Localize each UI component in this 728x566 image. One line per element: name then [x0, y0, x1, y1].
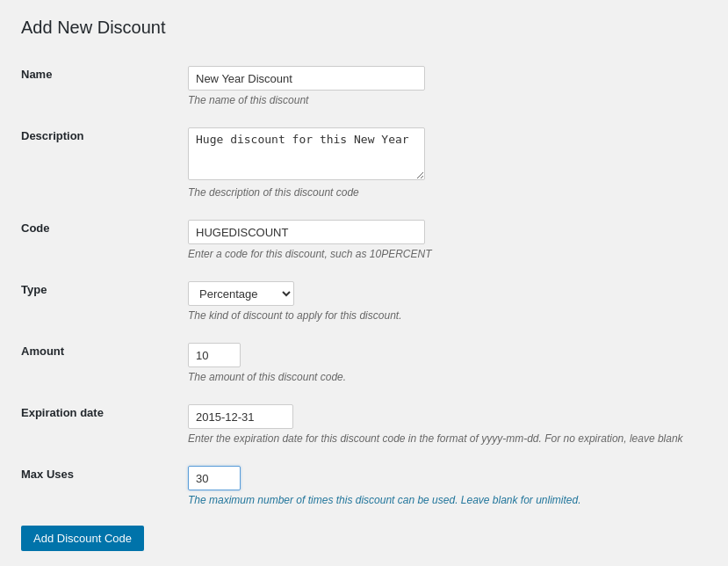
type-label: Type — [21, 271, 188, 332]
name-field-cell: The name of this discount — [188, 55, 707, 117]
maxuses-hint: The maximum number of times this discoun… — [188, 494, 698, 506]
code-hint: Enter a code for this discount, such as … — [188, 248, 698, 260]
expiration-field-cell: Enter the expiration date for this disco… — [188, 394, 707, 455]
description-row: Description Huge discount for this New Y… — [21, 117, 707, 209]
amount-hint: The amount of this discount code. — [188, 371, 698, 383]
name-hint: The name of this discount — [188, 94, 698, 106]
expiration-label: Expiration date — [21, 394, 188, 455]
amount-row: Amount The amount of this discount code. — [21, 332, 707, 394]
code-input[interactable] — [188, 220, 425, 244]
add-discount-button[interactable]: Add Discount Code — [21, 526, 144, 551]
amount-label: Amount — [21, 332, 188, 394]
type-field-cell: Percentage Flat Amount The kind of disco… — [188, 271, 707, 332]
discount-form: Name The name of this discount Descripti… — [21, 55, 707, 517]
expiration-input[interactable] — [188, 404, 293, 429]
code-field-cell: Enter a code for this discount, such as … — [188, 209, 707, 271]
maxuses-label: Max Uses — [21, 455, 188, 517]
maxuses-input[interactable] — [188, 466, 241, 490]
name-input[interactable] — [188, 66, 425, 91]
type-select[interactable]: Percentage Flat Amount — [188, 281, 294, 306]
code-row: Code Enter a code for this discount, suc… — [21, 209, 707, 271]
description-label: Description — [21, 117, 188, 209]
expiration-hint: Enter the expiration date for this disco… — [188, 432, 698, 445]
maxuses-field-cell: The maximum number of times this discoun… — [188, 455, 707, 517]
type-hint: The kind of discount to apply for this d… — [188, 309, 698, 322]
amount-input[interactable] — [188, 343, 241, 367]
description-input[interactable]: Huge discount for this New Year — [188, 127, 425, 180]
page-title: Add New Discount — [21, 18, 707, 38]
type-row: Type Percentage Flat Amount The kind of … — [21, 271, 707, 332]
expiration-row: Expiration date Enter the expiration dat… — [21, 394, 707, 455]
description-hint: The description of this discount code — [188, 186, 698, 199]
name-label: Name — [21, 55, 188, 117]
name-row: Name The name of this discount — [21, 55, 707, 117]
amount-field-cell: The amount of this discount code. — [188, 332, 707, 394]
maxuses-row: Max Uses The maximum number of times thi… — [21, 455, 707, 517]
description-field-cell: Huge discount for this New Year The desc… — [188, 117, 707, 209]
code-label: Code — [21, 209, 188, 271]
